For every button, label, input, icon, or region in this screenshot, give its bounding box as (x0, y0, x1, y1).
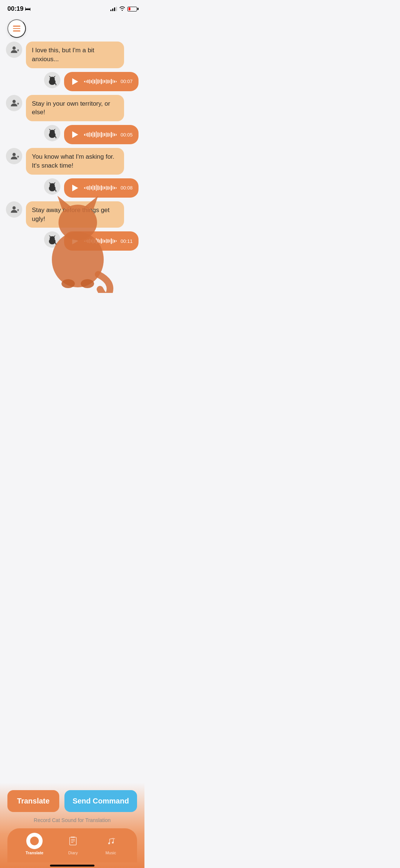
svg-marker-10 (53, 76, 56, 77)
svg-point-18 (50, 183, 55, 188)
svg-marker-20 (53, 182, 56, 184)
user-message: Stay away before things get ugly! (26, 201, 124, 228)
user-message: You know what I'm asking for. It's snack… (26, 148, 124, 175)
message-row: Stay away before things get ugly! (6, 201, 139, 228)
play-button[interactable] (70, 236, 80, 246)
avatar (6, 148, 22, 164)
status-icons (110, 6, 137, 12)
chat-area: I love this, but I'm a bit anxious... 00… (0, 42, 144, 251)
menu-button[interactable] (7, 19, 26, 38)
cat-avatar (44, 178, 60, 195)
svg-point-6 (13, 46, 16, 50)
message-row: Stay in your own territory, or else! (6, 95, 139, 122)
cat-audio-bubble[interactable]: 00:05 (64, 125, 139, 144)
waveform (84, 185, 117, 191)
svg-point-13 (50, 130, 55, 134)
menu-line (13, 30, 20, 32)
user-message: I love this, but I'm a bit anxious... (26, 42, 124, 68)
avatar (6, 42, 22, 58)
audio-duration: 00:07 (120, 79, 133, 84)
message-row: You know what I'm asking for. It's snack… (6, 148, 139, 175)
status-time: 00:19 (7, 5, 23, 13)
status-bar: 00:19 🛏 (0, 0, 144, 16)
cat-audio-bubble[interactable]: 00:11 (64, 231, 139, 251)
waveform (84, 79, 117, 85)
message-row: 00:08 (6, 178, 139, 198)
waveform (84, 238, 117, 244)
avatar (6, 201, 22, 218)
svg-marker-9 (49, 76, 51, 77)
signal-icon (110, 7, 117, 11)
message-row: I love this, but I'm a bit anxious... (6, 42, 139, 68)
svg-point-21 (13, 206, 16, 209)
menu-line (13, 28, 20, 29)
svg-marker-19 (49, 182, 51, 184)
audio-duration: 00:11 (120, 238, 133, 244)
svg-point-23 (50, 236, 55, 241)
message-row: 00:11 (6, 231, 139, 251)
wifi-icon (119, 6, 125, 12)
play-button[interactable] (70, 76, 80, 87)
user-message: Stay in your own territory, or else! (26, 95, 124, 122)
svg-point-16 (13, 153, 16, 156)
message-row: 00:05 (6, 125, 139, 144)
menu-line (13, 26, 20, 27)
bed-icon: 🛏 (25, 6, 31, 12)
cat-avatar (44, 231, 60, 248)
message-row: 00:07 (6, 72, 139, 91)
play-button[interactable] (70, 129, 80, 140)
svg-marker-25 (53, 235, 56, 237)
audio-duration: 00:08 (120, 185, 133, 191)
audio-duration: 00:05 (120, 132, 133, 138)
cat-avatar (44, 72, 60, 88)
svg-marker-15 (53, 129, 56, 131)
svg-marker-24 (49, 235, 51, 237)
svg-point-8 (50, 77, 55, 81)
play-button[interactable] (70, 183, 80, 193)
battery-icon (127, 7, 137, 11)
cat-audio-bubble[interactable]: 00:07 (64, 72, 139, 91)
waveform (84, 131, 117, 138)
cat-audio-bubble[interactable]: 00:08 (64, 178, 139, 198)
avatar (6, 95, 22, 111)
svg-marker-14 (49, 129, 51, 131)
cat-avatar (44, 125, 60, 141)
svg-point-11 (13, 100, 16, 103)
